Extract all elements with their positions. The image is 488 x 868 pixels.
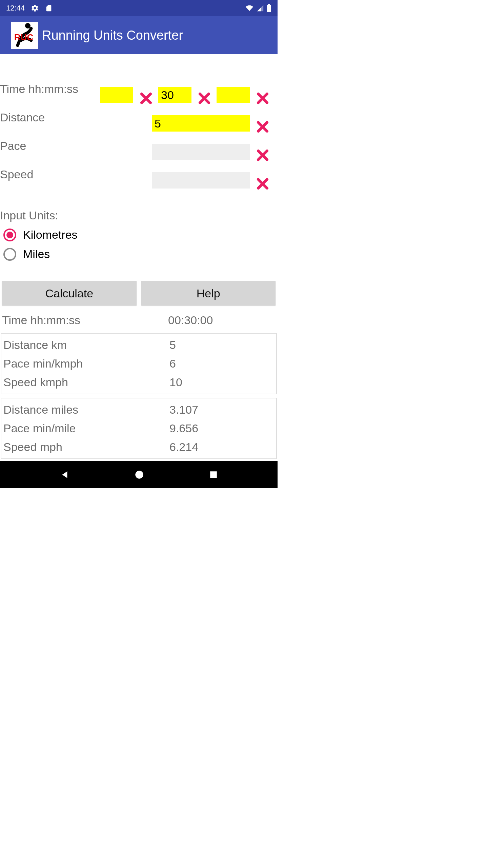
status-time: 12:44: [6, 4, 25, 13]
result-km-distance: 5: [169, 338, 176, 352]
nav-back-icon[interactable]: [60, 470, 70, 480]
time-row: Time hh:mm:ss: [0, 75, 278, 103]
svg-rect-1: [268, 4, 270, 5]
result-mi-box: Distance miles 3.107 Pace min/mile 9.656…: [1, 398, 277, 459]
clear-speed-icon[interactable]: [257, 178, 269, 191]
clear-hh-icon[interactable]: [140, 92, 153, 105]
svg-rect-0: [267, 5, 271, 12]
battery-icon: [267, 4, 271, 12]
radio-label-km: Kilometres: [23, 228, 78, 241]
time-mm-input[interactable]: [158, 87, 191, 103]
svg-rect-17: [210, 471, 217, 478]
sd-card-icon: [45, 4, 53, 12]
time-label: Time hh:mm:ss: [0, 82, 100, 96]
wifi-icon: [245, 4, 254, 12]
result-mi-distance: 3.107: [169, 403, 198, 416]
result-km-pace-label: Pace min/kmph: [3, 357, 169, 370]
distance-row: Distance: [0, 103, 278, 132]
nav-recent-icon[interactable]: [209, 470, 218, 479]
radio-kilometres[interactable]: Kilometres: [0, 228, 278, 241]
app-bar: RUC Running Units Converter: [0, 16, 278, 54]
clear-ss-icon[interactable]: [257, 92, 269, 105]
svg-point-16: [136, 471, 143, 478]
result-km-distance-label: Distance km: [3, 338, 169, 352]
speed-input[interactable]: [152, 172, 250, 189]
app-logo-icon: RUC: [11, 22, 38, 49]
radio-icon-unchecked: [3, 248, 16, 261]
nav-home-icon[interactable]: [135, 470, 144, 479]
radio-label-mi: Miles: [23, 248, 50, 261]
time-hh-input[interactable]: [100, 87, 133, 103]
clear-pace-icon[interactable]: [257, 149, 269, 162]
page-title: Running Units Converter: [42, 28, 183, 43]
speed-row: Speed: [0, 160, 278, 189]
clear-distance-icon[interactable]: [257, 121, 269, 134]
result-mi-speed: 6.214: [169, 440, 198, 454]
result-mi-pace: 9.656: [169, 422, 198, 435]
svg-point-2: [25, 23, 30, 28]
svg-text:RUC: RUC: [14, 32, 34, 42]
cell-signal-icon: [257, 4, 264, 12]
clear-mm-icon[interactable]: [198, 92, 211, 105]
help-button[interactable]: Help: [141, 281, 276, 305]
result-time-value: 00:30:00: [168, 314, 213, 327]
distance-label: Distance: [0, 111, 114, 124]
speed-label: Speed: [0, 168, 114, 181]
input-units-label: Input Units:: [0, 209, 278, 222]
calculate-button[interactable]: Calculate: [2, 281, 137, 305]
result-km-speed: 10: [169, 376, 182, 389]
radio-miles[interactable]: Miles: [0, 248, 278, 261]
main-content: Time hh:mm:ss Distance Pace: [0, 54, 278, 461]
result-mi-distance-label: Distance miles: [3, 403, 169, 416]
result-km-speed-label: Speed kmph: [3, 376, 169, 389]
settings-icon: [31, 4, 39, 12]
result-km-pace: 6: [169, 357, 176, 370]
result-km-box: Distance km 5 Pace min/kmph 6 Speed kmph…: [1, 333, 277, 394]
pace-label: Pace: [0, 139, 114, 153]
time-ss-input[interactable]: [217, 87, 250, 103]
result-mi-speed-label: Speed mph: [3, 440, 169, 454]
pace-input[interactable]: [152, 144, 250, 160]
status-bar: 12:44: [0, 0, 278, 16]
pace-row: Pace: [0, 132, 278, 160]
result-mi-pace-label: Pace min/mile: [3, 422, 169, 435]
result-time-label: Time hh:mm:ss: [2, 314, 168, 327]
nav-bar: [0, 461, 278, 488]
distance-input[interactable]: [152, 115, 250, 132]
radio-icon-checked: [3, 229, 16, 241]
